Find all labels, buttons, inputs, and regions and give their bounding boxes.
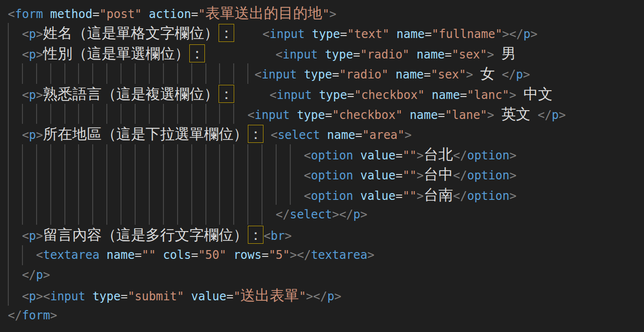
code-token [318,48,324,61]
code-token: </ [453,169,467,182]
code-line: <p>所在地區（這是下拉選單欄位）： <select name="area"> [8,124,644,144]
code-token: "fullname" [432,27,503,41]
indent-guides [8,245,36,265]
code-token: "lanc" [467,88,509,102]
code-token: < [304,189,311,203]
code-token: > [509,189,516,203]
code-token: value [360,189,395,203]
code-token [409,48,416,61]
code-token: > [36,48,43,61]
code-token: > [329,7,336,21]
code-token: value [360,169,395,182]
code-token: p [29,290,36,303]
code-token: " [299,290,306,303]
code-token: > [36,128,43,142]
code-token: < [22,290,29,303]
code-token: 女 [480,65,495,82]
unicode-highlight-box: ： [219,24,234,42]
code-token: "checkbox" [332,108,403,122]
code-token: input [255,108,290,122]
code-token: </ [297,248,311,262]
code-line: </p> [8,265,644,285]
code-token: textarea [311,248,367,262]
code-token: " [198,7,205,21]
code-token [312,88,319,102]
code-line: </select></p> [8,205,644,225]
code-token: = [191,7,198,21]
code-token: p [327,290,334,303]
indent-guides [8,84,22,104]
code-token [353,149,360,162]
code-token: 熟悉語言（這是複選欄位） [43,85,219,102]
indent-guides [8,205,276,225]
indent-guides [8,265,22,285]
code-token: = [424,68,431,81]
code-token: > [290,248,297,262]
code-token: "50" [198,248,226,262]
code-token: > [360,208,367,221]
code-token [353,189,360,203]
code-token: name [397,27,425,41]
code-token: > [530,27,537,41]
code-token: cols [163,248,191,262]
code-token: < [270,88,277,102]
code-token: select [278,128,320,142]
code-token [205,48,276,61]
code-token: 台北 [424,146,453,163]
code-token [495,68,502,81]
code-token: < [304,169,311,182]
code-token: "5" [269,248,290,262]
code-token: = [347,88,354,102]
code-token: type [319,88,347,102]
code-token: rows [233,248,262,262]
code-token: type [325,48,353,61]
code-token: </ [8,309,22,322]
code-token: "" [402,189,417,203]
code-token: = [396,189,402,203]
code-token: form [15,7,43,21]
code-token: name [410,108,438,122]
code-token: 台中 [424,166,453,183]
code-line: <p>性別（這是單選欄位）： <input type="radio" name=… [8,43,644,63]
code-line: <option value="">台中</option> [8,164,644,184]
code-token: < [276,48,282,61]
code-token: value [360,149,395,162]
code-token: > [417,169,423,182]
code-line: <p>留言內容（這是多行文字欄位）：<br> [8,225,644,245]
code-token: = [396,149,402,162]
indent-guides [8,104,247,124]
code-token: > [306,290,313,303]
code-token: type [92,290,121,303]
code-token: > [509,169,516,182]
code-token: > [487,108,494,122]
code-line: <option value="">台北</option> [8,144,644,164]
code-editor: <form method="post" action="表單送出的目的地"><p… [0,0,644,332]
code-token: < [22,48,29,61]
code-token: > [509,149,516,162]
code-token [263,128,270,142]
code-token: p [552,108,559,122]
code-token: p [29,128,36,142]
code-token: name [327,128,355,142]
code-token: 中文 [523,85,553,102]
code-token: < [262,27,269,41]
code-token: select [290,208,332,221]
code-token: option [311,149,353,162]
code-token: </ [276,208,290,221]
code-token [353,169,360,182]
code-token [494,48,501,61]
code-token: = [396,169,402,182]
code-token: = [460,88,467,102]
code-token [388,68,395,81]
indent-guides [8,225,22,245]
code-token [142,7,149,21]
code-token [290,108,297,122]
indent-guides [8,124,22,144]
code-token: > [417,189,423,203]
code-token: </ [509,27,523,41]
code-token: action [149,7,191,21]
code-token: "post" [100,7,142,21]
code-token [305,27,312,41]
code-token: = [445,48,452,61]
code-token: 所在地區（這是下拉選單欄位） [43,125,248,142]
